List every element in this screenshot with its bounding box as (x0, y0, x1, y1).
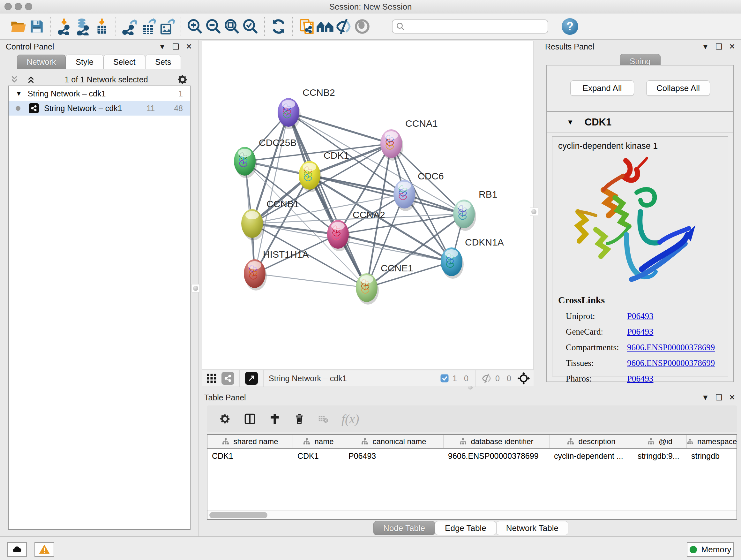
search-input[interactable] (405, 22, 539, 31)
edge-CCNB2-CCNE1[interactable] (288, 112, 367, 288)
table-cell[interactable]: stringdb (687, 449, 737, 463)
refresh-icon[interactable] (269, 17, 288, 36)
table-cell[interactable]: cyclin-dependent ... (549, 449, 633, 463)
panel-close-icon[interactable]: ✕ (729, 393, 735, 402)
panel-menu-icon[interactable]: ▼ (702, 42, 710, 51)
export-table-icon[interactable] (139, 17, 158, 36)
clipboard-share-icon[interactable] (297, 17, 316, 36)
panel-float-icon[interactable]: ❑ (716, 393, 723, 402)
tab-select[interactable]: Select (104, 55, 145, 69)
panel-float-icon[interactable]: ❑ (172, 42, 179, 51)
bottom-splitter-grip[interactable] (467, 385, 474, 390)
hidden-eye-icon[interactable] (481, 373, 492, 384)
network-canvas[interactable]: CCNB2CCNA1CDC25BCDK1CDC6RB1CCNB1CCNA2CDK… (202, 41, 534, 370)
window-close-button[interactable] (4, 3, 12, 10)
column-header-database-identifier[interactable]: database identifier (444, 435, 549, 448)
node-CCNE1[interactable]: CCNE1 (356, 263, 413, 305)
expand-all-icon[interactable] (26, 75, 36, 84)
zoom-fit-icon[interactable] (223, 17, 241, 36)
tab-network[interactable]: Network (17, 55, 66, 69)
table-cell[interactable]: 9606.ENSP00000378699 (444, 449, 549, 463)
column-header-name[interactable]: name (293, 435, 344, 448)
show-columns-icon[interactable] (244, 413, 256, 425)
results-actions-box: Expand All Collapse All (546, 65, 734, 111)
birds-eye-view-icon[interactable] (245, 372, 258, 385)
edge-HIST1H1A-CCNE1[interactable] (255, 273, 367, 288)
table-settings-gear-icon[interactable] (219, 413, 231, 425)
panel-menu-icon[interactable]: ▼ (702, 393, 710, 402)
import-table-icon[interactable] (92, 17, 111, 36)
crosslink-value-link[interactable]: P06493 (627, 327, 654, 337)
zoom-in-icon[interactable] (186, 17, 204, 36)
panel-close-icon[interactable]: ✕ (186, 42, 192, 51)
scrollbar-thumb[interactable] (209, 512, 267, 518)
table-cell[interactable]: stringdb:9... (633, 449, 687, 463)
zoom-selected-icon[interactable] (241, 17, 260, 36)
node-CDC25B[interactable]: CDC25B (234, 137, 296, 178)
gene-caret-icon[interactable]: ▼ (567, 118, 574, 126)
edge-CCNB1-CCNA2[interactable] (252, 224, 338, 234)
warnings-button[interactable] (35, 542, 54, 557)
edge-CCNB2-CCNA1[interactable] (288, 112, 391, 144)
grid-view-icon[interactable] (206, 373, 217, 384)
column-header-namespace[interactable]: namespace (687, 435, 737, 448)
fit-content-icon[interactable] (517, 372, 530, 385)
memory-status-dot (690, 546, 697, 553)
help-icon[interactable]: ? (562, 18, 578, 35)
network-collection-row[interactable]: ▼ String Network – cdk1 1 (9, 86, 190, 101)
crosslink-value-link[interactable]: 9606.ENSP00000378699 (627, 343, 715, 353)
collapse-all-button[interactable]: Collapse All (646, 80, 710, 96)
open-session-icon[interactable] (9, 17, 27, 36)
search-box[interactable] (392, 19, 548, 34)
left-splitter-grip[interactable] (192, 284, 200, 293)
string-home-icon[interactable] (316, 17, 334, 36)
node-RB1[interactable]: RB1 (453, 189, 497, 231)
crosslink-value-link[interactable]: 9606.ENSP00000378699 (627, 358, 715, 368)
create-column-icon[interactable] (269, 413, 281, 425)
crosslink-value-link[interactable]: P06493 (627, 374, 654, 384)
collection-caret-icon[interactable]: ▼ (16, 90, 22, 98)
table-cell[interactable]: P06493 (344, 449, 444, 463)
memory-button[interactable]: Memory (687, 542, 734, 557)
column-header-description[interactable]: description (549, 435, 633, 448)
gear-icon[interactable] (177, 74, 188, 85)
selected-checkbox-icon[interactable] (440, 374, 449, 383)
tab-style[interactable]: Style (66, 55, 104, 69)
node-table[interactable]: shared namenamecanonical namedatabase id… (207, 434, 737, 520)
table-cell[interactable]: CDK1 (207, 449, 293, 463)
column-label: description (578, 437, 615, 446)
table-cell[interactable]: CDK1 (293, 449, 344, 463)
column-header--id[interactable]: @id (633, 435, 687, 448)
delete-column-icon[interactable] (293, 413, 305, 425)
tab-network-table[interactable]: Network Table (496, 521, 568, 535)
crosslink-value-link[interactable]: P06493 (627, 311, 654, 321)
table-row[interactable]: CDK1CDK1P064939606.ENSP00000378699cyclin… (207, 449, 737, 463)
window-minimize-button[interactable] (15, 3, 22, 10)
right-splitter-grip[interactable] (530, 207, 538, 216)
collapse-all-icon[interactable] (10, 75, 19, 84)
zoom-out-icon[interactable] (204, 17, 223, 36)
export-network-icon[interactable] (121, 17, 139, 36)
export-image-icon[interactable] (158, 17, 176, 36)
panel-float-icon[interactable]: ❑ (716, 42, 723, 51)
tab-sets[interactable]: Sets (145, 55, 181, 69)
node-CCNA1[interactable]: CCNA1 (381, 118, 438, 161)
import-network-icon[interactable] (56, 17, 74, 36)
save-session-icon[interactable] (27, 17, 46, 36)
horizontal-scrollbar[interactable] (207, 510, 737, 519)
expand-all-button[interactable]: Expand All (570, 80, 634, 96)
import-network-database-icon[interactable] (74, 17, 92, 36)
network-view-icon[interactable] (221, 372, 234, 385)
column-header-canonical-name[interactable]: canonical name (344, 435, 444, 448)
node-CDKN1A[interactable]: CDKN1A (441, 237, 504, 279)
network-row[interactable]: String Network – cdk1 11 48 (9, 101, 190, 116)
panel-menu-icon[interactable]: ▼ (158, 42, 166, 51)
column-header-shared-name[interactable]: shared name (207, 435, 293, 448)
gene-header-row[interactable]: ▼ CDK1 (547, 112, 733, 132)
cloud-button[interactable] (7, 542, 27, 557)
panel-close-icon[interactable]: ✕ (729, 42, 735, 51)
tab-edge-table[interactable]: Edge Table (435, 521, 496, 535)
tab-node-table[interactable]: Node Table (374, 521, 435, 535)
hide-unhide-icon[interactable] (334, 17, 353, 36)
window-zoom-button[interactable] (25, 3, 32, 10)
